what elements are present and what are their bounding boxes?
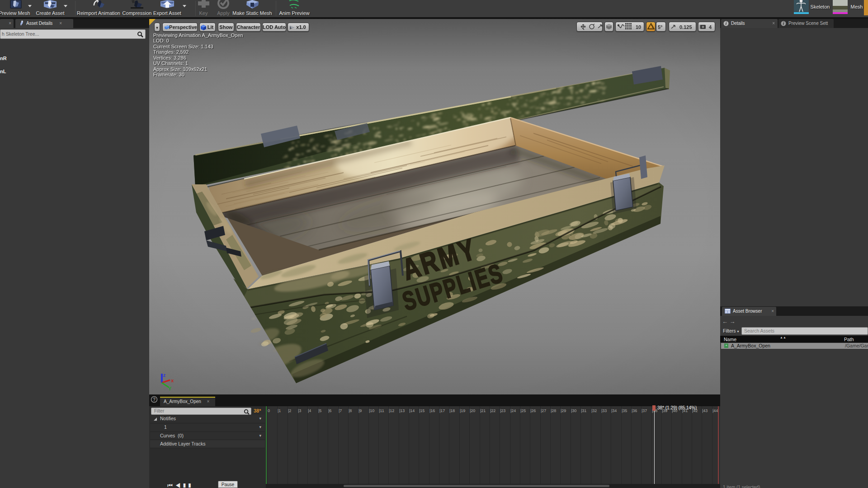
- svg-text:5°: 5°: [658, 24, 663, 30]
- svg-text:10: 10: [636, 24, 641, 30]
- svg-text:4: 4: [709, 24, 712, 30]
- svg-text:z: z: [163, 372, 166, 378]
- svg-text:Y: Y: [168, 386, 172, 391]
- svg-text:?: ?: [153, 397, 156, 402]
- svg-text:x: x: [171, 378, 174, 383]
- svg-text:0.125: 0.125: [679, 24, 692, 30]
